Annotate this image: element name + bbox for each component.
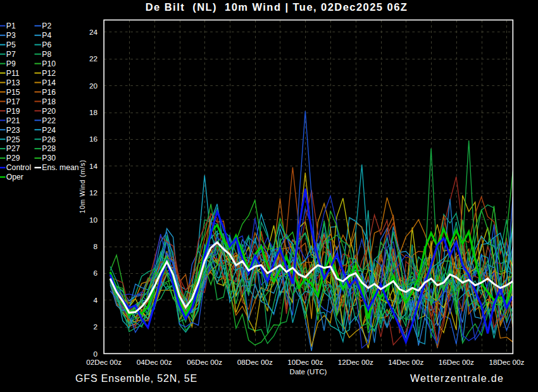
svg-text:Wetterzentrale.de: Wetterzentrale.de — [410, 373, 504, 384]
svg-text:P29: P29 — [6, 154, 20, 162]
svg-text:04Dec 00z: 04Dec 00z — [137, 358, 172, 366]
svg-text:Control: Control — [6, 163, 31, 172]
svg-text:2: 2 — [93, 322, 97, 331]
svg-text:P12: P12 — [42, 69, 56, 78]
svg-text:20: 20 — [89, 82, 98, 90]
svg-text:22: 22 — [89, 54, 97, 63]
svg-text:4: 4 — [93, 296, 97, 305]
svg-text:P26: P26 — [42, 135, 56, 144]
svg-text:P16: P16 — [42, 88, 56, 97]
svg-text:P10: P10 — [42, 59, 56, 68]
svg-text:Ens. mean: Ens. mean — [42, 163, 78, 172]
svg-text:12: 12 — [89, 188, 97, 197]
svg-text:P8: P8 — [42, 50, 51, 59]
svg-text:18Dec 00z: 18Dec 00z — [489, 358, 524, 366]
svg-text:P28: P28 — [42, 144, 56, 153]
svg-text:Date (UTC): Date (UTC) — [290, 368, 327, 376]
svg-text:8: 8 — [93, 242, 97, 251]
svg-text:P2: P2 — [42, 21, 51, 30]
svg-text:10: 10 — [89, 216, 98, 224]
svg-text:P5: P5 — [6, 40, 16, 49]
svg-text:0: 0 — [93, 350, 97, 358]
svg-text:Oper: Oper — [6, 173, 23, 181]
svg-text:P30: P30 — [42, 154, 56, 162]
svg-text:P9: P9 — [6, 59, 16, 68]
svg-text:P11: P11 — [6, 69, 20, 78]
svg-text:P13: P13 — [6, 78, 20, 87]
svg-text:P19: P19 — [6, 107, 20, 116]
svg-text:P17: P17 — [6, 97, 20, 106]
svg-text:24: 24 — [89, 28, 98, 37]
svg-text:P21: P21 — [6, 116, 20, 125]
svg-text:P22: P22 — [42, 116, 56, 125]
svg-text:P1: P1 — [6, 21, 16, 30]
svg-text:De Bilt (NL) 10m Wind | Tue,: De Bilt (NL) 10m Wind | Tue, 02Dec2025 0… — [146, 1, 408, 13]
svg-text:6: 6 — [93, 269, 97, 278]
svg-text:P18: P18 — [42, 97, 56, 106]
svg-text:16: 16 — [89, 135, 98, 144]
svg-text:P20: P20 — [42, 107, 56, 116]
svg-text:P4: P4 — [42, 31, 51, 40]
svg-text:14: 14 — [89, 162, 98, 171]
svg-text:08Dec 00z: 08Dec 00z — [237, 358, 273, 366]
svg-text:P14: P14 — [42, 78, 56, 87]
svg-text:P25: P25 — [6, 135, 20, 144]
svg-text:10m Wind (m/s): 10m Wind (m/s) — [78, 160, 86, 214]
svg-text:P6: P6 — [42, 40, 51, 49]
svg-text:14Dec 00z: 14Dec 00z — [388, 358, 423, 366]
svg-text:P23: P23 — [6, 126, 20, 135]
svg-text:P3: P3 — [6, 31, 16, 40]
svg-text:16Dec 00z: 16Dec 00z — [439, 358, 474, 366]
svg-text:P24: P24 — [42, 126, 56, 135]
svg-text:GFS Ensemble, 52N, 5E: GFS Ensemble, 52N, 5E — [75, 373, 197, 384]
svg-text:P15: P15 — [6, 88, 20, 97]
svg-text:10Dec 00z: 10Dec 00z — [287, 358, 323, 366]
svg-text:06Dec 00z: 06Dec 00z — [187, 358, 222, 366]
svg-text:02Dec 00z: 02Dec 00z — [86, 358, 122, 366]
svg-text:P27: P27 — [6, 144, 20, 153]
svg-text:12Dec 00z: 12Dec 00z — [338, 358, 373, 366]
svg-text:18: 18 — [89, 108, 98, 117]
svg-text:P7: P7 — [6, 50, 16, 59]
